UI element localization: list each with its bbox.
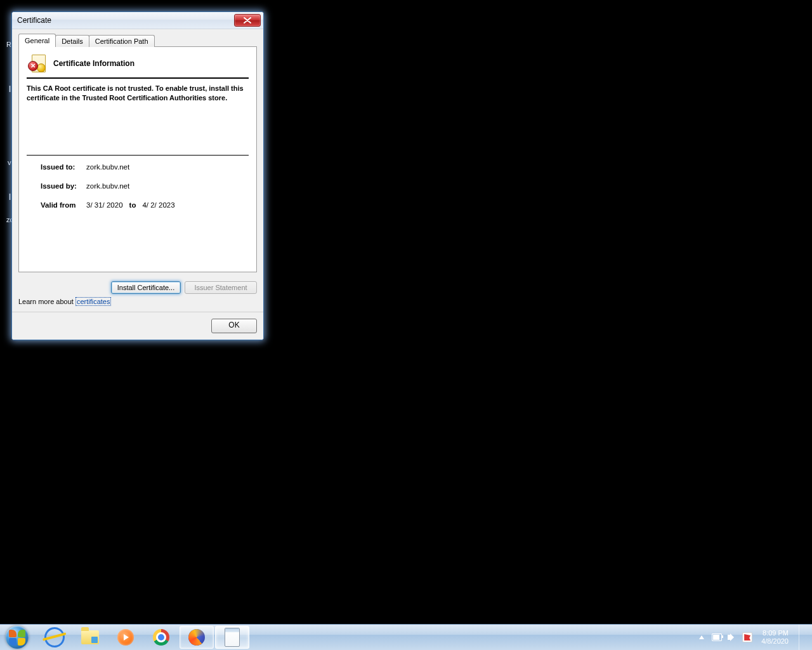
chrome-icon [153,629,169,646]
bg-text: v [8,159,11,166]
certificate-dialog: Certificate General Details Certificatio… [11,11,264,340]
tab-general[interactable]: General [18,34,56,47]
bg-text: | [9,84,11,92]
close-icon [244,17,251,23]
certificates-link[interactable]: certificates [75,297,112,306]
taskbar-item-notepad[interactable] [215,626,249,649]
divider [27,155,249,156]
notepad-icon [225,628,240,647]
start-button[interactable] [3,625,32,650]
tray-volume-icon[interactable] [727,632,737,642]
issued-to-row: Issued to: zork.bubv.net [41,163,242,171]
chevron-up-icon [699,635,704,639]
tabpanel-general: ✕ Certificate Information This CA Root c… [18,46,257,272]
valid-from-value: 3/ 31/ 2020 [86,201,123,209]
taskbar-item-firefox[interactable] [180,626,214,649]
taskbar-item-media-player[interactable] [108,626,143,649]
valid-from-label: Valid from [41,201,82,209]
speaker-icon [728,633,737,641]
media-player-icon [117,629,134,646]
clock-time: 8:09 PM [761,629,789,637]
taskbar-clock[interactable]: 8:09 PM 4/8/2020 [757,629,792,646]
close-button[interactable] [234,14,261,27]
clock-date: 4/8/2020 [761,637,789,646]
certificate-info-heading: Certificate Information [53,59,134,68]
tab-details[interactable]: Details [55,35,89,47]
flag-icon [742,632,752,642]
issued-by-label: Issued by: [41,182,82,190]
show-desktop-button[interactable] [799,625,808,650]
firefox-icon [188,629,205,646]
divider [27,77,249,79]
valid-to-word: to [127,201,139,209]
window-title: Certificate [17,16,51,25]
tab-certification-path[interactable]: Certification Path [89,35,155,47]
taskbar-item-ie[interactable] [37,626,72,649]
learn-more-text: Learn more about certificates [18,298,257,305]
battery-icon [712,633,722,641]
ok-button[interactable]: OK [211,319,257,333]
tray-overflow-button[interactable] [697,632,707,642]
taskbar-item-explorer[interactable] [73,626,107,649]
tray-battery-icon[interactable] [712,632,722,642]
issued-by-row: Issued by: zork.bubv.net [41,182,242,190]
internet-explorer-icon [42,625,67,649]
bg-text: | [9,192,11,200]
tabstrip: General Details Certification Path [18,33,257,47]
tray-action-center-icon[interactable] [742,632,752,642]
install-certificate-button[interactable]: Install Certificate... [111,281,181,294]
windows-logo-icon [6,626,29,649]
valid-from-row: Valid from 3/ 31/ 2020 to 4/ 2/ 2023 [41,201,242,209]
bg-text: R [6,41,11,48]
issued-to-value: zork.bubv.net [86,163,129,171]
issuer-statement-button: Issuer Statement [185,281,257,294]
valid-to-value: 4/ 2/ 2023 [142,201,174,209]
trust-warning-text: This CA Root certificate is not trusted.… [27,84,249,103]
folder-icon [81,630,99,644]
certificate-error-icon: ✕ [28,55,47,72]
titlebar[interactable]: Certificate [12,12,263,29]
taskbar: 8:09 PM 4/8/2020 [0,624,812,650]
issued-to-label: Issued to: [41,163,82,171]
issued-by-value: zork.bubv.net [86,182,129,190]
taskbar-item-chrome[interactable] [144,626,178,649]
system-tray: 8:09 PM 4/8/2020 [695,625,809,650]
